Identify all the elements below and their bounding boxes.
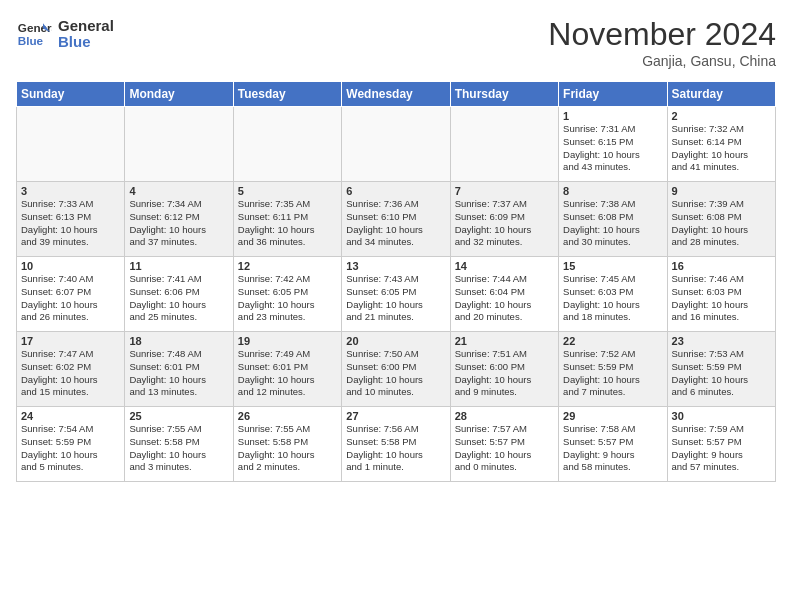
svg-text:General: General [18,21,52,34]
day-info: Sunrise: 7:46 AM Sunset: 6:03 PM Dayligh… [672,273,771,324]
day-number: 25 [129,410,228,422]
day-info: Sunrise: 7:38 AM Sunset: 6:08 PM Dayligh… [563,198,662,249]
day-info: Sunrise: 7:41 AM Sunset: 6:06 PM Dayligh… [129,273,228,324]
day-number: 4 [129,185,228,197]
calendar-cell: 19Sunrise: 7:49 AM Sunset: 6:01 PM Dayli… [233,332,341,407]
day-number: 1 [563,110,662,122]
calendar-cell: 15Sunrise: 7:45 AM Sunset: 6:03 PM Dayli… [559,257,667,332]
svg-text:Blue: Blue [18,34,44,47]
day-info: Sunrise: 7:35 AM Sunset: 6:11 PM Dayligh… [238,198,337,249]
calendar-cell [125,107,233,182]
day-info: Sunrise: 7:43 AM Sunset: 6:05 PM Dayligh… [346,273,445,324]
day-number: 19 [238,335,337,347]
weekday-header-tuesday: Tuesday [233,82,341,107]
logo-icon: General Blue [16,16,52,52]
day-number: 16 [672,260,771,272]
calendar-cell: 20Sunrise: 7:50 AM Sunset: 6:00 PM Dayli… [342,332,450,407]
day-number: 30 [672,410,771,422]
calendar-cell: 3Sunrise: 7:33 AM Sunset: 6:13 PM Daylig… [17,182,125,257]
calendar-cell: 22Sunrise: 7:52 AM Sunset: 5:59 PM Dayli… [559,332,667,407]
location: Ganjia, Gansu, China [548,53,776,69]
day-number: 22 [563,335,662,347]
day-info: Sunrise: 7:40 AM Sunset: 6:07 PM Dayligh… [21,273,120,324]
day-number: 21 [455,335,554,347]
weekday-header-sunday: Sunday [17,82,125,107]
day-info: Sunrise: 7:48 AM Sunset: 6:01 PM Dayligh… [129,348,228,399]
day-number: 10 [21,260,120,272]
day-number: 11 [129,260,228,272]
day-info: Sunrise: 7:53 AM Sunset: 5:59 PM Dayligh… [672,348,771,399]
calendar-cell: 2Sunrise: 7:32 AM Sunset: 6:14 PM Daylig… [667,107,775,182]
calendar-cell: 30Sunrise: 7:59 AM Sunset: 5:57 PM Dayli… [667,407,775,482]
calendar-cell: 12Sunrise: 7:42 AM Sunset: 6:05 PM Dayli… [233,257,341,332]
calendar-cell: 21Sunrise: 7:51 AM Sunset: 6:00 PM Dayli… [450,332,558,407]
calendar-cell: 9Sunrise: 7:39 AM Sunset: 6:08 PM Daylig… [667,182,775,257]
calendar-cell [342,107,450,182]
day-info: Sunrise: 7:49 AM Sunset: 6:01 PM Dayligh… [238,348,337,399]
day-number: 15 [563,260,662,272]
day-info: Sunrise: 7:57 AM Sunset: 5:57 PM Dayligh… [455,423,554,474]
day-info: Sunrise: 7:51 AM Sunset: 6:00 PM Dayligh… [455,348,554,399]
calendar-cell: 10Sunrise: 7:40 AM Sunset: 6:07 PM Dayli… [17,257,125,332]
day-info: Sunrise: 7:31 AM Sunset: 6:15 PM Dayligh… [563,123,662,174]
title-block: November 2024 Ganjia, Gansu, China [548,16,776,69]
calendar-cell: 1Sunrise: 7:31 AM Sunset: 6:15 PM Daylig… [559,107,667,182]
day-number: 28 [455,410,554,422]
day-number: 6 [346,185,445,197]
calendar-cell: 28Sunrise: 7:57 AM Sunset: 5:57 PM Dayli… [450,407,558,482]
weekday-header-thursday: Thursday [450,82,558,107]
day-info: Sunrise: 7:54 AM Sunset: 5:59 PM Dayligh… [21,423,120,474]
logo-blue: Blue [58,34,114,51]
calendar-cell: 25Sunrise: 7:55 AM Sunset: 5:58 PM Dayli… [125,407,233,482]
calendar-cell: 6Sunrise: 7:36 AM Sunset: 6:10 PM Daylig… [342,182,450,257]
day-info: Sunrise: 7:58 AM Sunset: 5:57 PM Dayligh… [563,423,662,474]
day-info: Sunrise: 7:56 AM Sunset: 5:58 PM Dayligh… [346,423,445,474]
day-info: Sunrise: 7:42 AM Sunset: 6:05 PM Dayligh… [238,273,337,324]
calendar-cell: 24Sunrise: 7:54 AM Sunset: 5:59 PM Dayli… [17,407,125,482]
day-number: 29 [563,410,662,422]
day-info: Sunrise: 7:47 AM Sunset: 6:02 PM Dayligh… [21,348,120,399]
day-number: 12 [238,260,337,272]
day-number: 3 [21,185,120,197]
calendar-cell [450,107,558,182]
day-number: 2 [672,110,771,122]
day-number: 24 [21,410,120,422]
calendar-cell [17,107,125,182]
month-title: November 2024 [548,16,776,53]
page-header: General Blue General Blue November 2024 … [16,16,776,69]
calendar-cell: 18Sunrise: 7:48 AM Sunset: 6:01 PM Dayli… [125,332,233,407]
day-info: Sunrise: 7:34 AM Sunset: 6:12 PM Dayligh… [129,198,228,249]
day-info: Sunrise: 7:55 AM Sunset: 5:58 PM Dayligh… [238,423,337,474]
day-info: Sunrise: 7:55 AM Sunset: 5:58 PM Dayligh… [129,423,228,474]
calendar-cell: 13Sunrise: 7:43 AM Sunset: 6:05 PM Dayli… [342,257,450,332]
day-info: Sunrise: 7:52 AM Sunset: 5:59 PM Dayligh… [563,348,662,399]
calendar-cell: 8Sunrise: 7:38 AM Sunset: 6:08 PM Daylig… [559,182,667,257]
calendar-cell: 17Sunrise: 7:47 AM Sunset: 6:02 PM Dayli… [17,332,125,407]
day-info: Sunrise: 7:37 AM Sunset: 6:09 PM Dayligh… [455,198,554,249]
week-row-4: 17Sunrise: 7:47 AM Sunset: 6:02 PM Dayli… [17,332,776,407]
logo-general: General [58,18,114,35]
day-number: 14 [455,260,554,272]
day-number: 9 [672,185,771,197]
calendar-cell: 29Sunrise: 7:58 AM Sunset: 5:57 PM Dayli… [559,407,667,482]
week-row-1: 1Sunrise: 7:31 AM Sunset: 6:15 PM Daylig… [17,107,776,182]
day-number: 13 [346,260,445,272]
calendar-cell: 4Sunrise: 7:34 AM Sunset: 6:12 PM Daylig… [125,182,233,257]
calendar-cell: 14Sunrise: 7:44 AM Sunset: 6:04 PM Dayli… [450,257,558,332]
week-row-3: 10Sunrise: 7:40 AM Sunset: 6:07 PM Dayli… [17,257,776,332]
calendar-cell: 26Sunrise: 7:55 AM Sunset: 5:58 PM Dayli… [233,407,341,482]
calendar-cell: 7Sunrise: 7:37 AM Sunset: 6:09 PM Daylig… [450,182,558,257]
day-number: 18 [129,335,228,347]
weekday-header-row: SundayMondayTuesdayWednesdayThursdayFrid… [17,82,776,107]
calendar-cell [233,107,341,182]
week-row-5: 24Sunrise: 7:54 AM Sunset: 5:59 PM Dayli… [17,407,776,482]
calendar-table: SundayMondayTuesdayWednesdayThursdayFrid… [16,81,776,482]
weekday-header-monday: Monday [125,82,233,107]
day-info: Sunrise: 7:39 AM Sunset: 6:08 PM Dayligh… [672,198,771,249]
weekday-header-saturday: Saturday [667,82,775,107]
day-info: Sunrise: 7:50 AM Sunset: 6:00 PM Dayligh… [346,348,445,399]
week-row-2: 3Sunrise: 7:33 AM Sunset: 6:13 PM Daylig… [17,182,776,257]
calendar-cell: 23Sunrise: 7:53 AM Sunset: 5:59 PM Dayli… [667,332,775,407]
day-info: Sunrise: 7:32 AM Sunset: 6:14 PM Dayligh… [672,123,771,174]
day-number: 8 [563,185,662,197]
